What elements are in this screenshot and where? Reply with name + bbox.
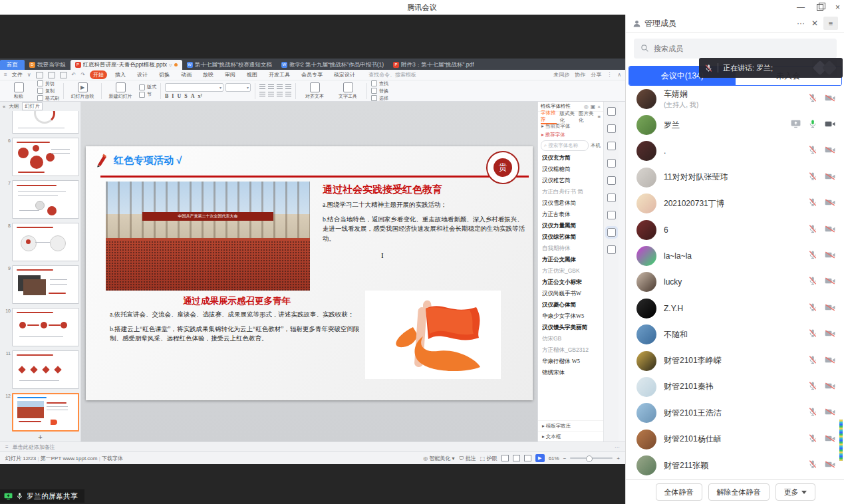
zoom-in-button[interactable]: +: [617, 455, 620, 461]
font-option[interactable]: 汉仪尚巍手书W: [542, 288, 599, 299]
font-option[interactable]: 方正公文黑体: [542, 254, 599, 265]
help-icon[interactable]: [607, 193, 616, 202]
camera-off-icon[interactable]: [825, 328, 835, 340]
sticker-icon[interactable]: [607, 228, 616, 237]
section-current-fonts[interactable]: ▸ 当前页字体: [538, 122, 603, 130]
align-icon[interactable]: [259, 84, 265, 90]
zoom-slider-knob[interactable]: [586, 455, 593, 462]
camera-off-icon[interactable]: [825, 276, 835, 288]
slide-thumbnail-6[interactable]: 6: [3, 138, 79, 176]
member-row-7[interactable]: lucky: [626, 269, 844, 295]
menubar-action-分享[interactable]: 分享: [591, 71, 601, 78]
document-tab-4[interactable]: W教学2 第十九届“挑战杯”作品申报书(1): [277, 60, 388, 70]
align-icon[interactable]: [268, 84, 274, 90]
font-option[interactable]: 方正楷体_GB2312: [542, 344, 599, 356]
play-slideshow-button[interactable]: ▶: [535, 454, 545, 462]
mic-muted-icon[interactable]: [808, 407, 817, 419]
command-search[interactable]: 查找命令、搜索模板: [368, 71, 416, 78]
pin-icon[interactable]: ▣: [591, 104, 596, 110]
member-row-1[interactable]: 罗兰: [626, 112, 844, 138]
slide-thumbnail-preview[interactable]: [12, 138, 79, 176]
font-option[interactable]: 汉仪菱心体简: [542, 299, 599, 311]
format-I-button[interactable]: I: [172, 93, 174, 99]
ribbon-tab-稿定设计[interactable]: 稿定设计: [331, 70, 358, 79]
camera-off-icon[interactable]: [825, 93, 835, 105]
collapse-panel-icon[interactable]: «: [3, 104, 5, 110]
ribbon-button-对齐文本[interactable]: 对齐文本: [300, 82, 329, 100]
mic-muted-icon[interactable]: [808, 355, 817, 367]
panel-close-icon[interactable]: ✕: [811, 19, 818, 28]
ribbon-tab-会员专享[interactable]: 会员专享: [298, 70, 326, 79]
ribbon-small-版式[interactable]: 版式: [139, 84, 156, 90]
ribbon-tab-插入[interactable]: 插入: [112, 70, 129, 79]
document-tab-1[interactable]: D我要当学姐: [25, 60, 70, 70]
mic-muted-icon[interactable]: [808, 328, 817, 340]
camera-off-icon[interactable]: [825, 224, 835, 236]
camera-off-icon[interactable]: [825, 355, 835, 367]
comment-button[interactable]: 🗩 批注: [459, 455, 476, 462]
props-icon[interactable]: [607, 107, 616, 116]
slide-thumbnail-10[interactable]: 10: [3, 308, 79, 346]
member-search-input[interactable]: [634, 39, 837, 59]
format-x²-button[interactable]: x²: [198, 93, 202, 99]
slide-thumbnail-8[interactable]: 8: [3, 223, 79, 261]
smart-beautify-button[interactable]: ◎ 智能美化 ▾: [423, 455, 454, 462]
camera-on-icon[interactable]: [825, 119, 835, 131]
align-icon[interactable]: [285, 92, 291, 97]
menubar-more-icon[interactable]: ⋮: [607, 72, 612, 78]
media-icon[interactable]: [607, 211, 616, 219]
restore-icon[interactable]: [817, 4, 823, 11]
ribbon-tab-动画[interactable]: 动画: [178, 70, 195, 79]
redo-icon[interactable]: ↷: [80, 72, 85, 78]
print-icon[interactable]: [48, 72, 55, 78]
camera-off-icon[interactable]: [825, 172, 835, 184]
font-option[interactable]: 方正仿宋_GBK: [542, 265, 599, 277]
mic-muted-icon[interactable]: [808, 145, 817, 157]
file-menu[interactable]: 文件: [12, 71, 23, 78]
notes-placeholder[interactable]: 单击此处添加备注: [13, 443, 55, 451]
camera-off-icon[interactable]: [825, 381, 835, 393]
font-search-input[interactable]: ⌕ 搜索字体名称: [541, 140, 589, 151]
member-row-11[interactable]: 财管2101秦祎: [626, 374, 844, 400]
format-A-button[interactable]: A: [191, 93, 195, 99]
slide-thumbnail-preview[interactable]: [12, 393, 79, 432]
settings-icon[interactable]: ◎: [584, 104, 589, 110]
clipboard-icon[interactable]: [607, 176, 616, 185]
close-panel-icon[interactable]: ×: [597, 104, 601, 110]
slide-thumbnail-preview[interactable]: [12, 180, 79, 219]
ribbon-button-新建幻灯片[interactable]: 新建幻灯片: [106, 82, 135, 100]
add-slide-button[interactable]: +: [0, 432, 80, 441]
ribbon-small-替换[interactable]: 替换: [371, 88, 388, 94]
format-B-button[interactable]: B: [165, 93, 168, 99]
camera-off-icon[interactable]: [825, 303, 835, 315]
font-option[interactable]: 汉仪综艺体简: [542, 231, 599, 243]
font-option[interactable]: 华康少女字体W5: [542, 311, 599, 322]
slide-thumbnail-5[interactable]: 5: [3, 111, 79, 134]
ribbon-small-节[interactable]: 节: [139, 91, 156, 98]
footer-button-解除全体静音[interactable]: 解除全体静音: [708, 483, 770, 501]
font-option[interactable]: 自我期待体: [542, 243, 599, 254]
mic-muted-icon[interactable]: [808, 250, 817, 262]
ribbon-tab-放映[interactable]: 放映: [200, 70, 217, 79]
screen-share-icon[interactable]: [791, 119, 801, 131]
scrollbar-indicator[interactable]: [838, 418, 844, 463]
member-row-5[interactable]: 6: [626, 217, 844, 243]
animation-icon[interactable]: [607, 142, 616, 150]
mic-muted-icon[interactable]: [808, 224, 817, 236]
camera-off-icon[interactable]: [825, 145, 835, 157]
font-option[interactable]: 汉仪玄方简: [542, 152, 599, 164]
slide-thumbnail-9[interactable]: 9: [3, 265, 79, 304]
local-fonts-button[interactable]: 本机: [591, 142, 601, 149]
red-flag-illustration[interactable]: [365, 291, 501, 379]
font-panel-section-模板字效库[interactable]: ▸ 模板字效库: [538, 420, 603, 431]
eye-protect-button[interactable]: ⬚ 护眼: [480, 455, 497, 462]
member-row-8[interactable]: Z.Y.H: [626, 295, 844, 321]
font-name-select[interactable]: ▾: [165, 83, 223, 92]
member-row-10[interactable]: 财管2101李峥嵘: [626, 348, 844, 374]
font-option[interactable]: 方正公文小标宋: [542, 277, 599, 288]
zoom-slider[interactable]: [570, 457, 613, 459]
align-icon[interactable]: [277, 84, 283, 90]
ribbon-button-文字工具[interactable]: 文字工具: [333, 82, 362, 100]
slide-thumbnail-preview[interactable]: [12, 350, 79, 389]
font-size-select[interactable]: ▾: [225, 83, 251, 92]
